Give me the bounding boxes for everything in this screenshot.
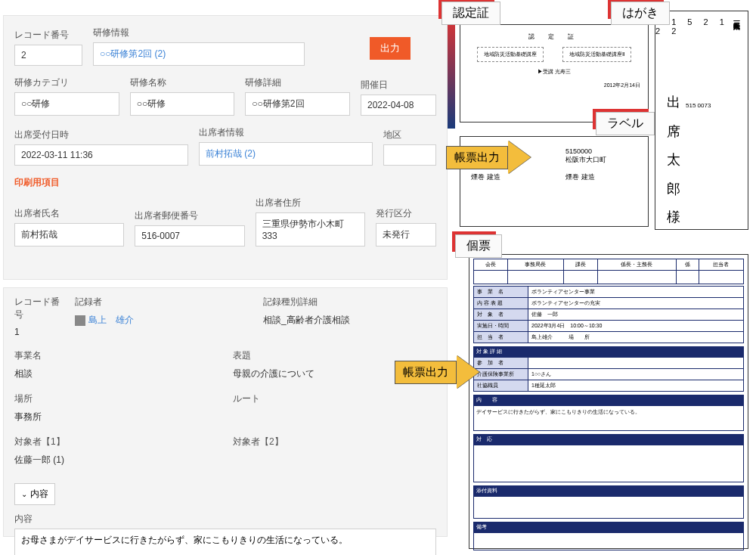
category-field[interactable]: ○○研修: [14, 92, 119, 116]
lbl-recorder: 記録者: [75, 296, 248, 309]
lbl-route: ルート: [233, 392, 436, 405]
lbl-issued: 発行区分: [376, 207, 436, 220]
lbl-rec-no: レコード番号: [14, 29, 82, 42]
issued-field[interactable]: 未発行: [376, 223, 436, 246]
kohyo-result-box: [473, 445, 744, 482]
person-icon: [75, 315, 85, 326]
received-field[interactable]: 2022-03-11 11:36: [14, 144, 188, 166]
kohyo-sec1: 対 象 詳 細: [473, 346, 744, 357]
lbl-received: 出席受付日時: [14, 129, 188, 141]
kohyo-sec-note: 備考: [473, 522, 744, 532]
lbl-name: 研修名称: [130, 76, 235, 89]
training-info-field[interactable]: ○○研修第2回 (2): [93, 42, 305, 66]
hagaki-addr: 松阪市久米町九二一六ー一四: [732, 17, 742, 223]
cert-col1: 地域防災活動基礎講座: [477, 47, 544, 62]
lbl-type: 記録種別詳細: [263, 296, 436, 309]
label-col2: 5150000松阪市大口町煙巻 建造: [565, 147, 637, 215]
biz-link[interactable]: 相談: [14, 364, 218, 383]
target1-link[interactable]: 佐藤一郎 (1): [14, 451, 218, 470]
arrow-output-2: 帳票出力: [395, 355, 479, 389]
lbl-content: 内容: [14, 513, 436, 526]
lbl-p2-recno: レコード番号: [14, 296, 60, 321]
lbl-detail: 研修詳細: [245, 76, 350, 89]
lbl-place: 場所: [14, 392, 218, 405]
lbl-area: 地区: [383, 129, 436, 141]
att-zip-field[interactable]: 516-0007: [135, 225, 244, 246]
cert-title: 認 定 証: [468, 33, 640, 41]
cert-col2: 地域防災活動基礎講座Ⅱ: [562, 47, 631, 62]
cert-doc: 認 定 証 地域防災活動基礎講座 地域防災活動基礎講座Ⅱ ▶受講 光寿三 201…: [460, 24, 649, 122]
kohyo-approvers: 会長事務局長課長係長・主務長係担当者: [473, 259, 744, 284]
tag-label: ラベル: [596, 112, 655, 135]
cert-sub: ▶受講 光寿三: [468, 68, 640, 76]
type-link[interactable]: 相談_高齢者介護相談: [263, 311, 436, 330]
print-section-title: 印刷用項目: [14, 176, 436, 189]
hagaki-code: 515 0073: [686, 102, 711, 109]
att-addr-field[interactable]: 三重県伊勢市小木町333: [256, 212, 365, 246]
lbl-target2: 対象者【2】: [233, 436, 436, 448]
lbl-att-addr: 出席者住所: [256, 197, 365, 209]
kohyo-doc: 会長事務局長課長係長・主務長係担当者 事 業 名ボランティアセンター事業内 容 …: [469, 254, 748, 549]
recorder-chip[interactable]: 島上 雄介: [75, 314, 134, 327]
kohyo-note-box: [473, 532, 744, 550]
kohyo-main: 事 業 名ボランティアセンター事業内 容 表 題ボランティアセンターの充実対 象…: [473, 286, 744, 343]
lbl-att-zip: 出席者郵便番号: [135, 209, 244, 222]
content-toggle[interactable]: ⌄内容: [14, 483, 55, 505]
tag-kohyo: 個票: [455, 234, 502, 258]
hagaki-name: 出 席 太 郎 様: [665, 84, 683, 206]
arrow-output-1: 帳票出力: [446, 141, 531, 174]
output-button[interactable]: 出力: [370, 37, 411, 60]
attendee-field[interactable]: 前村拓哉 (2): [199, 142, 373, 166]
kohyo-sub: 参 加 者介護保険事業所1○○さん社協職員1種延太郎: [473, 357, 744, 392]
area-field[interactable]: [383, 144, 436, 166]
date-field[interactable]: 2022-04-08: [361, 95, 436, 116]
chevron-down-icon: ⌄: [21, 490, 27, 498]
route-val: [233, 408, 436, 414]
kohyo-sec-result: 対 応: [473, 434, 744, 445]
p2-recno: 1: [14, 324, 60, 340]
lbl-category: 研修カテゴリ: [14, 76, 119, 89]
lbl-att-name: 出席者氏名: [14, 207, 124, 220]
record-panel: レコード番号1 記録者島上 雄介 記録種別詳細相談_高齢者介護相談 事業名相談 …: [3, 287, 448, 537]
rec-no-field[interactable]: 2: [14, 45, 82, 66]
tag-cert: 認定証: [442, 2, 500, 25]
tag-hagaki: はがき: [611, 2, 670, 25]
lbl-biz: 事業名: [14, 349, 218, 362]
hagaki-doc: 5 1 5 2 1 2 2 松阪市久米町九二一六ー一四 515 0073 出 席…: [655, 11, 748, 230]
target2-val: [233, 451, 436, 457]
training-panel: 出力 レコード番号 2 研修情報 ○○研修第2回 (2) 研修カテゴリ○○研修 …: [3, 15, 448, 280]
content-area[interactable]: お母さまがデイサービスに行きたがらず、家にこもりきりの生活になっている。: [14, 529, 436, 555]
lbl-attendee: 出席者情報: [199, 126, 373, 139]
lbl-target1: 対象者【1】: [14, 436, 218, 448]
lbl-training-info: 研修情報: [93, 26, 305, 39]
att-name-field[interactable]: 前村拓哉: [14, 223, 124, 246]
kohyo-sec-method: 添付資料: [473, 485, 744, 496]
kohyo-sec-content: 内 容: [473, 395, 744, 405]
detail-field[interactable]: ○○研修第2回: [245, 92, 350, 116]
kohyo-content: デイサービスに行きたがらず、家にこもりきりの生活になっている。: [473, 405, 744, 431]
cert-date: 2012年2月14日: [468, 82, 640, 89]
kohyo-method-box: [473, 496, 744, 519]
lbl-date: 開催日: [361, 79, 436, 91]
name-field[interactable]: ○○研修: [130, 92, 235, 116]
place-val: 事務所: [14, 408, 218, 426]
